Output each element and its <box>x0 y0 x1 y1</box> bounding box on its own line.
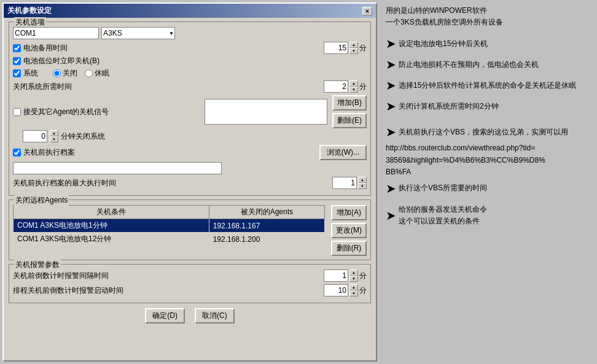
agent-side-buttons: 增加(A) 更改(M) 删除(R) <box>331 205 367 256</box>
shutdown-time-up[interactable]: ▲ <box>349 80 358 87</box>
bottom-buttons: 确定(D) 取消(C) <box>9 308 371 323</box>
minutes-shutdown-row: 0 ▲ ▼ 分钟关闭系统 <box>13 130 367 142</box>
accept-signal-checkbox[interactable] <box>13 108 21 116</box>
battery-time-up[interactable]: ▲ <box>349 42 358 48</box>
agents-table: 关机条件 被关闭的Agents COM1 A3KS电池放电1分钟192.168.… <box>13 205 325 246</box>
com-select[interactable]: COM1 <box>13 27 99 39</box>
ups-select[interactable]: A3KS <box>101 27 175 39</box>
shutdown-time-label: 关闭系统所需时间 <box>13 82 72 92</box>
countdown-interval-label: 关机前倒数计时报警间隔时间 <box>13 271 109 281</box>
table-row[interactable]: COM1 A3KS电池放电12分钟192.168.1.200 <box>14 233 325 246</box>
cancel-btn[interactable]: 取消(C) <box>195 308 235 323</box>
battery-time-down[interactable]: ▼ <box>349 48 358 54</box>
cell-agent: 192.168.1.200 <box>209 233 324 246</box>
note-8: http://bbs.routerclub.com/viewthread.php… <box>386 142 591 154</box>
note-5: 选择15分钟后软件给计算机系统的命令是关机还是休眠 <box>399 80 576 91</box>
battery-time-row: 电池备用时间 15 ▲ ▼ 分 <box>13 42 367 54</box>
col-agents: 被关闭的Agents <box>209 206 324 219</box>
max-exec-label: 关机前执行档案的最大执行时间 <box>13 178 116 188</box>
add-agent-btn[interactable]: 增加(A) <box>331 205 367 220</box>
cell-condition: COM1 A3KS电池放电1分钟 <box>14 219 209 233</box>
arrow-4: ➤ <box>386 96 396 117</box>
ok-btn[interactable]: 确定(D) <box>145 308 185 323</box>
schedule-alarm-input[interactable]: 10 <box>324 284 348 296</box>
arrow-5: ➤ <box>386 122 396 142</box>
shutdown-time-unit: 分 <box>359 82 367 92</box>
note-13: 这个可以设置关机的条件 <box>399 215 487 227</box>
arrow-6: ➤ <box>386 178 396 199</box>
com-dropdown-wrap[interactable]: COM1 <box>13 27 99 39</box>
modify-agent-btn[interactable]: 更改(M) <box>331 223 367 238</box>
radio-off[interactable] <box>53 69 61 77</box>
note-2: 一个3KS负载机房除空调外所有设备 <box>386 17 591 28</box>
alarm-params-label: 关机报警参数 <box>14 260 61 270</box>
title-bar: 关机参数设定 × <box>4 4 376 18</box>
minutes-shutdown-down[interactable]: ▼ <box>50 136 58 142</box>
minutes-shutdown-up[interactable]: ▲ <box>50 130 58 136</box>
annotation-panel: 用的是山特的WINPOWER软件 一个3KS负载机房除空调外所有设备 ➤ 设定电… <box>380 0 597 364</box>
arrow-2: ➤ <box>386 54 396 75</box>
battery-time-label: 电池备用时间 <box>23 43 68 53</box>
system-label: 系统 <box>23 68 38 79</box>
system-checkbox[interactable] <box>13 69 21 77</box>
battery-time-input[interactable]: 15 <box>324 42 348 54</box>
path-row: D:\关闭路由.vbs <box>13 162 367 174</box>
minutes-shutdown-label: 分钟关闭系统 <box>61 131 105 142</box>
note-1: 用的是山特的WINPOWER软件 <box>386 5 591 17</box>
battery-time-unit: 分 <box>359 43 367 53</box>
col-condition: 关机条件 <box>14 206 209 219</box>
schedule-alarm-down[interactable]: ▼ <box>349 290 358 296</box>
max-exec-down[interactable]: ▼ <box>358 183 367 189</box>
del-agent-btn[interactable]: 删除(R) <box>331 241 367 256</box>
cell-condition: COM1 A3KS电池放电12分钟 <box>14 233 209 246</box>
table-row[interactable]: COM1 A3KS电池放电1分钟192.168.1.167 <box>14 219 325 233</box>
shutdown-options-group: 关机选项 COM1 A3KS ▼ 电池备用时间 <box>9 21 371 196</box>
battery-low-checkbox[interactable] <box>13 57 21 65</box>
battery-low-row: 电池低位时立即关机(B) <box>13 56 367 66</box>
arrow-1: ➤ <box>386 33 396 54</box>
browse-btn[interactable]: 浏览(W)... <box>319 145 367 160</box>
system-row: 系统 关闭 休眠 <box>13 68 367 79</box>
arrow-7: ➤ <box>386 205 396 226</box>
note-10: BB%FA <box>386 166 591 178</box>
pre-exec-checkbox[interactable] <box>13 149 21 157</box>
radio-sleep[interactable] <box>85 69 93 77</box>
shutdown-time-input[interactable]: 2 <box>324 80 348 93</box>
minutes-shutdown-input[interactable]: 0 <box>23 130 47 142</box>
battery-time-checkbox[interactable] <box>13 44 21 52</box>
signal-textarea[interactable] <box>205 99 327 125</box>
countdown-interval-input[interactable]: 1 <box>324 269 348 282</box>
remote-agents-group: 关闭远程Agents 关机条件 被关闭的Agents COM1 A3KS电池放电… <box>9 199 371 260</box>
countdown-interval-up[interactable]: ▲ <box>349 269 358 276</box>
radio-off-label: 关闭 <box>63 68 77 79</box>
shutdown-options-label: 关机选项 <box>14 17 46 28</box>
schedule-alarm-up[interactable]: ▲ <box>349 284 358 290</box>
schedule-alarm-unit: 分 <box>359 285 367 296</box>
schedule-alarm-spinner: 10 ▲ ▼ 分 <box>324 284 367 296</box>
shutdown-time-row: 关闭系统所需时间 2 ▲ ▼ 分 <box>13 80 367 93</box>
max-exec-up[interactable]: ▲ <box>358 177 367 183</box>
countdown-interval-unit: 分 <box>359 271 367 281</box>
countdown-interval-down[interactable]: ▼ <box>349 276 358 282</box>
note-11: 执行这个VBS所需要的时间 <box>399 182 487 194</box>
note-4: 防止电池损耗不在预期内，低电泌也会关机 <box>399 59 539 71</box>
schedule-alarm-row: 排程关机前倒数计时报警启动时间 10 ▲ ▼ 分 <box>13 284 367 296</box>
shutdown-time-spinner: 2 ▲ ▼ 分 <box>324 80 367 93</box>
max-exec-row: 关机前执行档案的最大执行时间 1 ▲ ▼ <box>13 177 367 189</box>
countdown-interval-row: 关机前倒数计时报警间隔时间 1 ▲ ▼ 分 <box>13 269 367 282</box>
max-exec-input[interactable]: 1 <box>332 177 357 189</box>
path-input[interactable]: D:\关闭路由.vbs <box>13 162 222 174</box>
ups-dropdown-wrap[interactable]: A3KS ▼ <box>101 27 175 39</box>
alarm-params-group: 关机报警参数 关机前倒数计时报警间隔时间 1 ▲ ▼ 分 排程关机前倒数计时报警… <box>9 264 371 303</box>
note-6: 关闭计算机系统所需时间2分钟 <box>399 101 499 112</box>
add-signal-btn[interactable]: 增加(B) <box>332 95 367 110</box>
close-button[interactable]: × <box>362 7 372 15</box>
del-signal-btn[interactable]: 删除(E) <box>332 113 367 128</box>
pre-exec-row: 关机前执行档案 浏览(W)... <box>13 145 367 160</box>
remote-agents-label: 关闭远程Agents <box>14 195 69 206</box>
countdown-interval-spinner: 1 ▲ ▼ 分 <box>324 269 367 282</box>
main-dialog: 关机参数设定 × 关机选项 COM1 A3KS ▼ <box>2 2 377 362</box>
accept-signal-row: 接受其它Agent的关机信号 增加(B) 删除(E) <box>13 95 367 128</box>
shutdown-time-down[interactable]: ▼ <box>349 87 358 93</box>
max-exec-spinner: 1 ▲ ▼ <box>332 177 367 189</box>
